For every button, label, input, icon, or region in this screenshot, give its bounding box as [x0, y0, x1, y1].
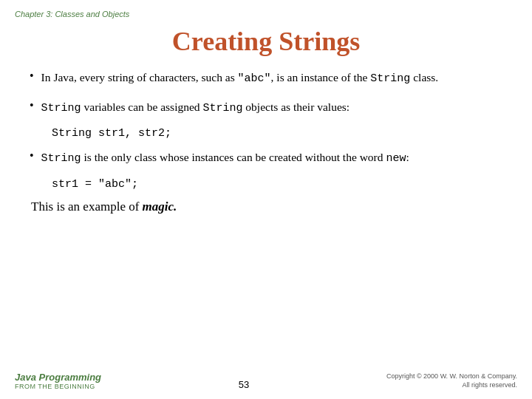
bullet-item-3: • String is the only class whose instanc… [30, 149, 502, 168]
footer-brand-title: Java Programming [15, 372, 101, 383]
bullet-text-1: In Java, every string of characters, suc… [41, 69, 439, 88]
footer: Java Programming FROM THE BEGINNING 53 C… [0, 364, 532, 399]
title-area: Creating Strings [0, 20, 532, 69]
code-block-2: str1 = "abc"; [52, 178, 502, 191]
bullet-dot-2: • [30, 99, 34, 112]
bullet-dot-3: • [30, 149, 34, 163]
bullet-text-2: String variables can be assigned String … [41, 98, 350, 117]
inline-code: String [202, 102, 242, 115]
inline-code: String [41, 102, 81, 115]
chapter-label: Chapter 3: Classes and Objects [15, 10, 129, 18]
footer-page-number: 53 [239, 379, 249, 390]
slide: Chapter 3: Classes and Objects Creating … [0, 0, 532, 399]
footer-brand: Java Programming FROM THE BEGINNING [15, 372, 101, 390]
bullet-item-1: • In Java, every string of characters, s… [30, 69, 502, 88]
magic-italic: magic. [143, 200, 177, 214]
bullet-dot-1: • [30, 69, 34, 83]
chapter-header: Chapter 3: Classes and Objects [0, 0, 532, 20]
slide-title: Creating Strings [15, 26, 517, 57]
inline-code: "abc" [238, 72, 271, 85]
magic-prefix: This is an example of [31, 200, 143, 214]
footer-copyright: Copyright © 2000 W. W. Norton & Company.… [386, 372, 517, 390]
bullet-item-2: • String variables can be assigned Strin… [30, 98, 502, 117]
inline-code: new [386, 152, 406, 165]
inline-code: String [41, 152, 81, 165]
inline-code: String [370, 72, 410, 85]
code-block-1: String str1, str2; [52, 127, 502, 140]
footer-brand-subtitle: FROM THE BEGINNING [15, 383, 101, 390]
magic-line: This is an example of magic. [30, 200, 502, 214]
content-area: • In Java, every string of characters, s… [0, 69, 532, 364]
bullet-text-3: String is the only class whose instances… [41, 149, 409, 168]
